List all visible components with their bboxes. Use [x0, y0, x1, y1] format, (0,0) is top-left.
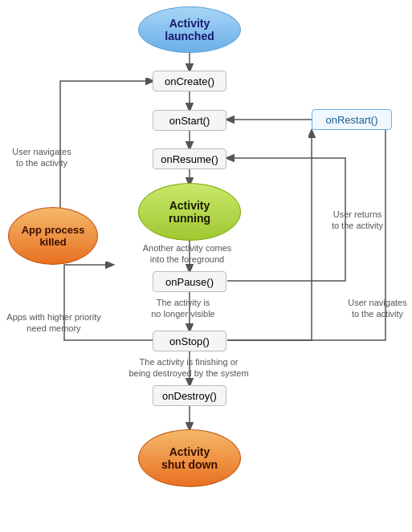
app-process-killed-label: App process killed — [22, 224, 85, 248]
no-longer-visible-label: The activity is no longer visible — [119, 297, 247, 320]
on-start-label: onStart() — [169, 115, 210, 127]
on-destroy-label: onDestroy() — [162, 390, 217, 402]
activity-shutdown-node: Activity shut down — [138, 429, 241, 487]
on-restart-node: onRestart() — [312, 109, 392, 130]
app-process-killed-node: App process killed — [8, 207, 98, 265]
another-activity-label: Another activity comes into the foregrou… — [119, 242, 255, 266]
on-restart-label: onRestart() — [325, 114, 377, 126]
user-returns-label: User returns to the activity — [313, 209, 402, 232]
user-navigates2-label: User navigates to the activity — [345, 297, 410, 320]
activity-running-node: Activity running — [138, 183, 241, 241]
on-pause-label: onPause() — [165, 276, 214, 288]
user-navigates-label: User navigates to the activity — [2, 146, 82, 169]
finishing-label: The activity is finishing or being destr… — [104, 356, 273, 380]
on-start-node: onStart() — [153, 110, 226, 131]
activity-launched-node: Activity launched — [138, 6, 241, 53]
activity-launched-label: Activity launched — [165, 17, 214, 43]
apps-higher-priority-label: Apps with higher priority need memory — [2, 311, 106, 335]
on-create-label: onCreate() — [165, 75, 214, 87]
on-stop-label: onStop() — [169, 335, 210, 347]
on-create-node: onCreate() — [153, 71, 226, 91]
on-pause-node: onPause() — [153, 271, 226, 292]
on-destroy-node: onDestroy() — [153, 385, 226, 406]
activity-running-label: Activity running — [169, 199, 210, 225]
on-resume-node: onResume() — [153, 148, 226, 169]
activity-shutdown-label: Activity shut down — [161, 445, 218, 471]
on-stop-node: onStop() — [153, 331, 226, 351]
on-resume-label: onResume() — [161, 153, 218, 165]
